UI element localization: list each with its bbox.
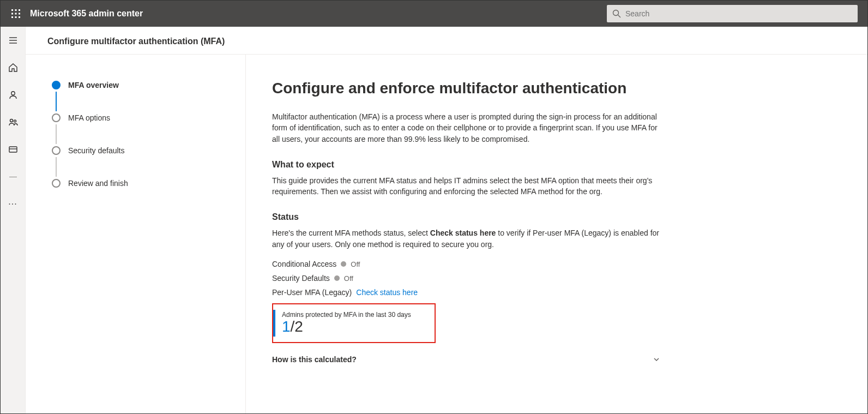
wizard-step-label: Review and finish — [68, 179, 128, 188]
svg-point-14 — [11, 92, 14, 95]
status-row-security-defaults: Security Defaults Off — [272, 274, 660, 283]
status-value: Off — [344, 274, 353, 283]
callout-numerator: 1 — [282, 318, 291, 335]
wizard-step-review[interactable]: Review and finish — [52, 177, 219, 190]
ellipsis-icon: ··· — [8, 200, 17, 208]
wizard-steps: MFA overview MFA options Security defaul… — [26, 55, 246, 413]
status-dot-icon — [334, 275, 340, 281]
nav-users[interactable] — [2, 86, 24, 104]
nav-teams[interactable] — [2, 113, 24, 131]
status-label: Conditional Access — [272, 260, 336, 268]
callout-denominator: /2 — [291, 318, 303, 335]
nav-separator — [2, 167, 24, 186]
wizard-step-label: MFA overview — [68, 81, 119, 89]
svg-rect-8 — [19, 16, 20, 18]
hamburger-icon — [8, 35, 18, 45]
how-calculated-accordion[interactable]: How is this calculated? — [272, 355, 660, 364]
svg-rect-6 — [11, 16, 13, 18]
svg-point-15 — [10, 119, 13, 122]
admins-mfa-callout: Admins protected by MFA in the last 30 d… — [272, 303, 436, 343]
waffle-icon — [11, 9, 20, 18]
status-intro-pre: Here's the current MFA methods status, s… — [272, 229, 430, 237]
svg-rect-3 — [11, 13, 13, 15]
step-bullet-icon — [52, 146, 61, 155]
detail-heading: Configure and enforce multifactor authen… — [272, 80, 660, 97]
status-intro-bold: Check status here — [430, 229, 496, 237]
nav-home[interactable] — [2, 58, 24, 77]
status-value: Off — [351, 260, 360, 268]
search-icon — [612, 9, 621, 18]
svg-rect-2 — [19, 9, 20, 11]
svg-rect-1 — [15, 9, 17, 11]
nav-more[interactable]: ··· — [2, 195, 24, 213]
expect-heading: What to expect — [272, 160, 660, 170]
svg-rect-7 — [15, 16, 17, 18]
accordion-label: How is this calculated? — [272, 355, 357, 364]
status-row-per-user: Per-User MFA (Legacy) Check status here — [272, 288, 660, 297]
detail-pane: Configure and enforce multifactor authen… — [246, 55, 715, 413]
svg-rect-17 — [9, 147, 17, 152]
people-icon — [8, 117, 18, 127]
status-row-conditional-access: Conditional Access Off — [272, 260, 660, 268]
page-title: Configure multifactor authentication (MF… — [26, 27, 867, 55]
status-label: Security Defaults — [272, 274, 330, 283]
step-bullet-icon — [52, 113, 61, 122]
step-bullet-icon — [52, 179, 61, 188]
svg-rect-0 — [11, 9, 13, 11]
wizard-step-label: MFA options — [68, 113, 110, 122]
expect-body: This guide provides the current MFA stat… — [272, 175, 660, 197]
nav-toggle-button[interactable] — [2, 31, 24, 50]
search-box[interactable] — [607, 5, 858, 22]
wizard-step-label: Security defaults — [68, 146, 125, 155]
svg-rect-4 — [15, 13, 17, 15]
svg-line-10 — [618, 15, 621, 18]
svg-point-16 — [14, 120, 16, 122]
callout-caption: Admins protected by MFA in the last 30 d… — [282, 311, 428, 319]
person-icon — [8, 90, 18, 100]
check-status-link[interactable]: Check status here — [356, 288, 418, 297]
wizard-step-mfa-overview[interactable]: MFA overview — [52, 79, 219, 92]
global-header: Microsoft 365 admin center — [1, 1, 867, 27]
callout-value: 1/2 — [282, 319, 428, 335]
status-intro: Here's the current MFA methods status, s… — [272, 227, 660, 250]
svg-rect-5 — [19, 13, 20, 15]
left-nav-rail: ··· — [1, 27, 26, 413]
home-icon — [8, 63, 18, 73]
status-label: Per-User MFA (Legacy) — [272, 288, 352, 297]
app-launcher-button[interactable] — [5, 3, 27, 25]
nav-billing[interactable] — [2, 140, 24, 159]
card-icon — [8, 145, 18, 154]
status-heading: Status — [272, 212, 660, 222]
step-bullet-icon — [52, 81, 61, 89]
detail-intro: Multifactor authentication (MFA) is a pr… — [272, 111, 660, 145]
wizard-step-mfa-options[interactable]: MFA options — [52, 111, 219, 124]
search-input[interactable] — [625, 9, 852, 18]
wizard-step-security-defaults[interactable]: Security defaults — [52, 144, 219, 157]
svg-point-9 — [613, 10, 619, 16]
chevron-down-icon — [653, 356, 660, 363]
status-dot-icon — [341, 261, 346, 267]
app-title: Microsoft 365 admin center — [30, 9, 143, 19]
